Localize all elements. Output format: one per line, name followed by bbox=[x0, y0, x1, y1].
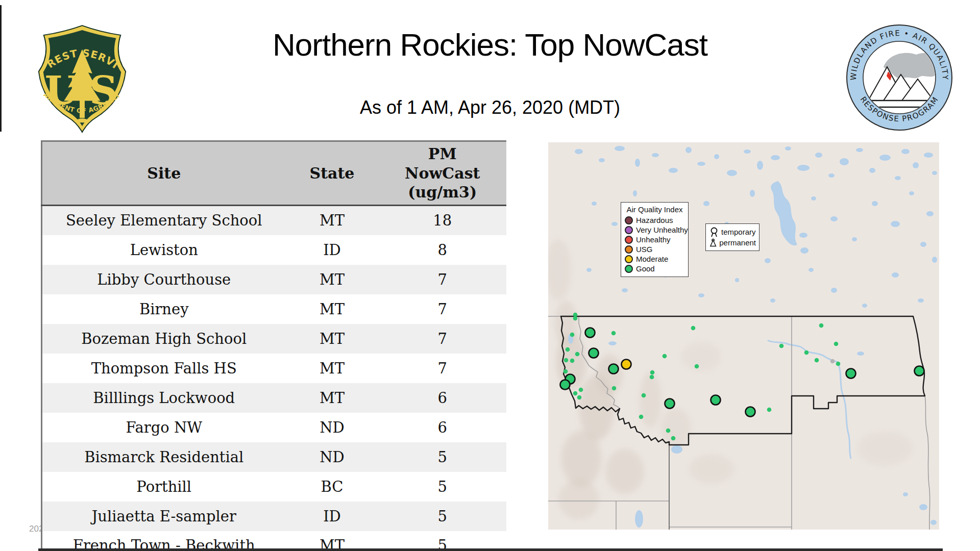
monitor-marker bbox=[695, 364, 699, 369]
circle-monitor-icon bbox=[709, 227, 719, 238]
monitor-marker bbox=[611, 331, 616, 336]
legend-label-temporary: temporary bbox=[721, 228, 756, 236]
monitor-marker bbox=[915, 366, 924, 376]
aqi-legend-label: Good bbox=[636, 264, 655, 273]
table-row: Bismarck ResidentialND5 bbox=[42, 442, 507, 472]
aqi-legend-item: Good bbox=[625, 264, 684, 273]
monitor-marker bbox=[663, 354, 667, 359]
monitor-marker bbox=[589, 348, 599, 358]
aqi-legend-item: Hazardous bbox=[625, 215, 684, 225]
monitor-marker bbox=[650, 370, 655, 375]
table-row: Seeley Elementary SchoolMT18 bbox=[42, 206, 507, 235]
monitor-marker bbox=[830, 359, 835, 364]
aqi-legend-item: USG bbox=[625, 244, 684, 254]
monitor-marker bbox=[585, 328, 595, 338]
monitor-marker bbox=[575, 352, 580, 357]
monitor-marker bbox=[666, 429, 671, 433]
table-cell: 5 bbox=[379, 502, 507, 531]
monitor-marker bbox=[579, 388, 583, 392]
page-subtitle: As of 1 AM, Apr 26, 2020 (MDT) bbox=[0, 97, 980, 118]
monitor-marker bbox=[834, 342, 839, 346]
wfaqrp-logo: WILDLAND FIRE • AIR QUALITY RESPONSE PRO… bbox=[845, 23, 954, 132]
map-canvas bbox=[548, 142, 939, 530]
table-cell: 5 bbox=[379, 472, 507, 502]
monitor-marker bbox=[612, 386, 617, 391]
monitor-marker bbox=[846, 369, 856, 379]
table-cell: Seeley Elementary School bbox=[42, 206, 286, 235]
table-row: Juliaetta E-samplerID5 bbox=[42, 502, 507, 531]
aqi-legend-item: Moderate bbox=[625, 254, 684, 264]
table-cell: 18 bbox=[379, 206, 507, 235]
monitor-marker bbox=[691, 326, 696, 331]
table-row: Libby CourthouseMT7 bbox=[42, 265, 507, 294]
table-cell: 7 bbox=[379, 324, 507, 354]
col-header-state: State bbox=[286, 141, 379, 206]
monitor-marker bbox=[650, 375, 654, 380]
table-header-row: Site State PM NowCast (ug/m3) bbox=[42, 141, 507, 206]
monitor-marker bbox=[804, 350, 809, 355]
table-cell: Libby Courthouse bbox=[42, 265, 286, 294]
table-cell: ID bbox=[286, 235, 379, 265]
monitor-marker bbox=[665, 399, 675, 409]
table-cell: Fargo NW bbox=[42, 413, 286, 442]
monitor-marker bbox=[671, 436, 676, 441]
monitor-marker bbox=[815, 358, 819, 363]
table-row: LewistonID8 bbox=[42, 235, 507, 265]
aqi-legend-title: Air Quality Index bbox=[625, 205, 684, 214]
table-cell: 8 bbox=[379, 235, 507, 265]
table-row: BirneyMT7 bbox=[42, 294, 507, 324]
col-header-pm-nowcast: PM NowCast (ug/m3) bbox=[379, 141, 507, 206]
aqi-color-dot-icon bbox=[625, 255, 633, 263]
table-cell: ID bbox=[286, 502, 379, 531]
monitor-marker bbox=[577, 395, 582, 400]
slide-bottom-bar bbox=[38, 548, 943, 551]
table-cell: 7 bbox=[379, 354, 507, 383]
aqi-legend-label: Hazardous bbox=[636, 216, 673, 224]
aqi-color-dot-icon bbox=[625, 245, 633, 254]
table-row: Fargo NWND6 bbox=[42, 413, 507, 442]
table-cell: Thompson Falls HS bbox=[42, 354, 286, 383]
table-cell: MT bbox=[286, 265, 379, 294]
table-row: Bozeman High SchoolMT7 bbox=[42, 324, 507, 354]
monitor-marker bbox=[564, 358, 569, 363]
legend-label-permanent: permanent bbox=[719, 238, 756, 247]
monitor-marker bbox=[836, 362, 841, 366]
aqi-legend-label: Moderate bbox=[636, 255, 668, 263]
triangle-monitor-icon bbox=[709, 237, 717, 248]
table-row: Billlings LockwoodMT6 bbox=[42, 383, 507, 413]
monitor-marker bbox=[819, 323, 824, 328]
table-row: PorthillBC5 bbox=[42, 472, 507, 502]
monitor-marker bbox=[566, 347, 570, 352]
table-cell: 6 bbox=[379, 383, 507, 413]
page-title: Northern Rockies: Top NowCast bbox=[0, 27, 980, 63]
table-cell: 7 bbox=[379, 294, 507, 324]
monitor-marker bbox=[564, 369, 568, 374]
monitor-marker bbox=[622, 360, 631, 369]
table-cell: Birney bbox=[42, 294, 286, 324]
monitor-marker bbox=[570, 333, 575, 337]
table-cell: Porthill bbox=[42, 472, 286, 502]
aqi-legend-item: Very Unhealthy bbox=[625, 225, 684, 235]
col-header-site: Site bbox=[42, 141, 286, 206]
table-cell: BC bbox=[286, 472, 379, 502]
monitor-marker bbox=[570, 359, 575, 363]
table-cell: 5 bbox=[379, 442, 507, 472]
table-cell: Billlings Lockwood bbox=[42, 383, 286, 413]
aqi-color-dot-icon bbox=[625, 226, 633, 234]
aqi-legend-label: USG bbox=[636, 245, 653, 254]
monitor-marker bbox=[609, 364, 619, 374]
aqi-legend-label: Unhealthy bbox=[636, 235, 671, 244]
monitor-marker bbox=[746, 407, 755, 417]
table-cell: ND bbox=[286, 442, 379, 472]
table-cell: MT bbox=[286, 206, 379, 235]
monitor-marker bbox=[573, 391, 578, 396]
table-cell: Juliaetta E-sampler bbox=[42, 502, 286, 531]
table-cell: Bozeman High School bbox=[42, 324, 286, 354]
monitor-marker bbox=[642, 393, 646, 398]
table-cell: Lewiston bbox=[42, 235, 286, 265]
table-cell: Bismarck Residential bbox=[42, 442, 286, 472]
table-cell: MT bbox=[286, 354, 379, 383]
monitor-marker bbox=[711, 395, 721, 405]
monitor-marker bbox=[779, 344, 784, 348]
table-cell: 6 bbox=[379, 413, 507, 442]
